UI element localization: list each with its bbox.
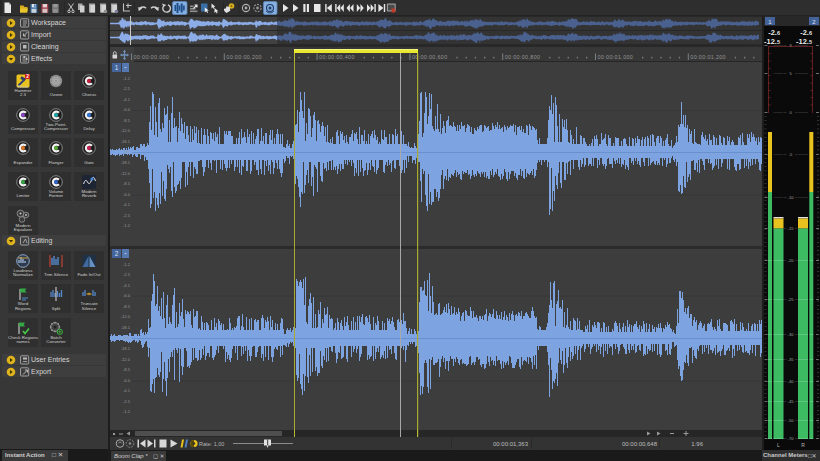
svg-text:00:00:00,200: 00:00:00,200	[226, 54, 262, 60]
svg-text:-12.5: -12.5	[796, 37, 812, 46]
svg-text:R: R	[801, 442, 805, 448]
svg-text:00:00:01,200: 00:00:01,200	[690, 54, 726, 60]
svg-text:2: 2	[26, 74, 29, 79]
svg-text:-2.6: -2.6	[800, 28, 812, 37]
svg-text:-70: -70	[788, 436, 795, 441]
svg-text:-30: -30	[788, 332, 795, 337]
svg-text:L: L	[777, 442, 780, 448]
svg-text:5: 5	[789, 71, 792, 76]
svg-text:Rate: 1,00: Rate: 1,00	[199, 441, 224, 447]
svg-text:00:00:01,000: 00:00:01,000	[598, 54, 634, 60]
svg-text:00:00:00,000: 00:00:00,000	[134, 54, 170, 60]
svg-text:-50: -50	[788, 418, 795, 423]
svg-text:-2.6: -2.6	[768, 28, 780, 37]
svg-text:00:00:00,648: 00:00:00,648	[622, 441, 658, 447]
svg-text:-15: -15	[788, 226, 795, 231]
svg-text:1:96: 1:96	[691, 441, 703, 447]
svg-text:-40: -40	[788, 379, 795, 384]
svg-text:-12.5: -12.5	[764, 37, 780, 46]
svg-text:-45: -45	[788, 399, 795, 404]
svg-text:00:00:00,800: 00:00:00,800	[505, 54, 541, 60]
svg-text:00:00:00,400: 00:00:00,400	[319, 54, 355, 60]
svg-text:-5: -5	[789, 152, 793, 157]
svg-text:-25: -25	[788, 297, 795, 302]
svg-text:-20: -20	[788, 258, 795, 263]
svg-text:9: 9	[789, 43, 792, 48]
svg-text:00:00:01,363: 00:00:01,363	[493, 441, 529, 447]
svg-text:-35: -35	[788, 357, 795, 362]
svg-text:0: 0	[789, 110, 792, 115]
svg-text:-10: -10	[788, 195, 795, 200]
